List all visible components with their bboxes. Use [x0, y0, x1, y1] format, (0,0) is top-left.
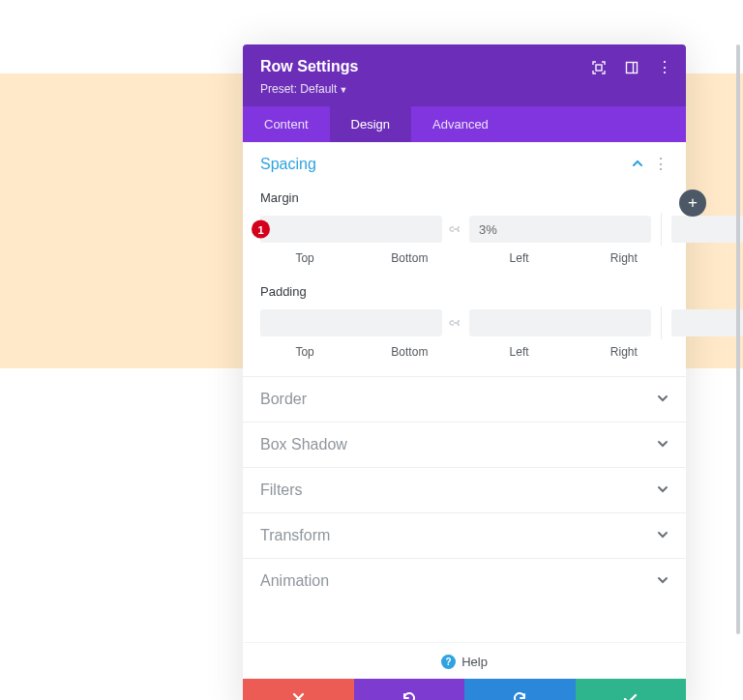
section-animation-header[interactable]: Animation	[243, 559, 686, 603]
tabs: Content Design Advanced	[243, 106, 686, 142]
section-border: Border	[243, 376, 686, 422]
padding-top-input[interactable]	[260, 309, 442, 336]
label-left: Left	[475, 345, 564, 359]
section-filters-header[interactable]: Filters	[243, 468, 686, 512]
divider	[661, 306, 662, 339]
tab-content[interactable]: Content	[243, 106, 330, 142]
confirm-button[interactable]	[576, 679, 687, 700]
redo-button[interactable]	[464, 679, 576, 700]
margin-label: Margin	[260, 190, 669, 205]
chevron-down-icon	[657, 391, 669, 408]
scrollbar[interactable]	[736, 44, 740, 634]
link-icon[interactable]	[448, 318, 463, 328]
svg-rect-1	[627, 63, 638, 73]
tab-design[interactable]: Design	[330, 106, 411, 142]
margin-left-input[interactable]	[671, 216, 743, 243]
svg-rect-0	[596, 65, 602, 71]
section-border-header[interactable]: Border	[243, 377, 686, 422]
label-left: Left	[475, 251, 564, 265]
label-top: Top	[260, 345, 349, 359]
label-bottom: Bottom	[365, 251, 454, 265]
modal-footer	[243, 679, 686, 700]
spacing-content: Margin 1	[243, 190, 686, 376]
margin-inputs: 1	[260, 213, 669, 246]
padding-label: Padding	[260, 284, 669, 299]
padding-group: Padding	[260, 284, 669, 359]
link-icon[interactable]	[448, 224, 463, 234]
panel-icon[interactable]	[624, 60, 639, 75]
label-top: Top	[260, 251, 349, 265]
section-transform-header[interactable]: Transform	[243, 513, 686, 558]
chevron-down-icon	[657, 527, 669, 544]
annotation-marker-1: 1	[252, 220, 270, 239]
margin-group: Margin 1	[260, 190, 669, 265]
cancel-button[interactable]	[243, 679, 354, 700]
chevron-up-icon	[632, 156, 643, 173]
header-actions: ⋮	[591, 60, 672, 75]
modal-header: Row Settings Preset: Default▼ ⋮	[243, 44, 686, 106]
label-bottom: Bottom	[365, 345, 454, 359]
undo-button[interactable]	[354, 679, 465, 700]
section-transform: Transform	[243, 512, 686, 558]
padding-inputs	[260, 306, 669, 339]
caret-down-icon: ▼	[339, 85, 347, 95]
preset-selector[interactable]: Preset: Default▼	[260, 79, 669, 97]
section-options-icon[interactable]: ⋮	[653, 160, 669, 169]
label-right: Right	[580, 345, 669, 359]
padding-left-input[interactable]	[671, 309, 743, 336]
section-spacing-header[interactable]: Spacing ⋮	[243, 142, 686, 187]
section-box-shadow-header[interactable]: Box Shadow	[243, 423, 686, 467]
chevron-down-icon	[657, 572, 669, 590]
tab-advanced[interactable]: Advanced	[411, 106, 510, 142]
add-button[interactable]: +	[679, 190, 706, 217]
panel-body: Spacing ⋮ Margin 1	[243, 142, 686, 679]
margin-bottom-input[interactable]	[469, 216, 651, 243]
section-spacing: Spacing ⋮ Margin 1	[243, 142, 686, 376]
row-settings-modal: Row Settings Preset: Default▼ ⋮ Content …	[243, 44, 686, 700]
label-right: Right	[580, 251, 669, 265]
section-filters: Filters	[243, 467, 686, 512]
help-link[interactable]: ? Help	[243, 642, 686, 679]
expand-icon[interactable]	[591, 60, 607, 75]
section-box-shadow: Box Shadow	[243, 422, 686, 467]
padding-bottom-input[interactable]	[469, 309, 651, 336]
chevron-down-icon	[657, 481, 669, 499]
divider	[661, 213, 662, 246]
section-animation: Animation	[243, 558, 686, 603]
chevron-down-icon	[657, 436, 669, 453]
kebab-menu-icon[interactable]: ⋮	[657, 60, 672, 75]
margin-top-input[interactable]	[260, 216, 442, 243]
help-icon: ?	[441, 655, 456, 669]
